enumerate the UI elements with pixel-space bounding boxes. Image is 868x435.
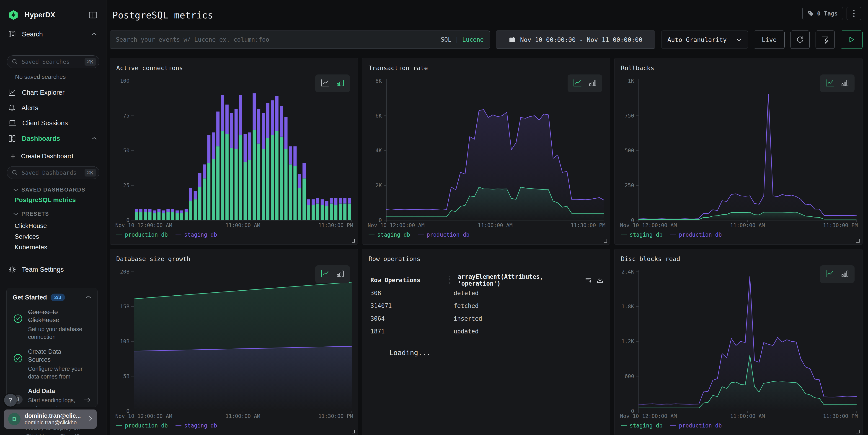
line-chart-toggle-icon[interactable] (321, 79, 330, 88)
bar-chart-toggle-icon[interactable] (336, 79, 344, 88)
laptop-icon (8, 119, 17, 127)
get-started-step-sources[interactable]: Create Data Sources Configure where your… (12, 348, 91, 380)
legend-item-staging_db[interactable]: staging_db (621, 423, 663, 429)
legend-label: staging_db (184, 423, 217, 429)
sidebar-item-client-sessions[interactable]: Client Sessions (8, 116, 97, 129)
get-started-step-add-data[interactable]: 3 Add Data Start sending logs, metrics, … (12, 387, 91, 407)
bar-production (157, 212, 160, 220)
saved-dashboards-input[interactable]: Saved Dashboards ⌘K (7, 166, 99, 179)
bar-staging (235, 109, 238, 149)
bar-production (198, 187, 202, 220)
sidebar-item-team-settings[interactable]: Team Settings (8, 264, 97, 275)
arrow-right-icon (83, 397, 91, 404)
column-separator[interactable] (449, 276, 450, 284)
download-icon[interactable] (597, 277, 603, 283)
bar-chart-toggle-icon[interactable] (336, 270, 344, 279)
chevron-up-icon[interactable] (86, 295, 91, 300)
sort-icon[interactable] (585, 277, 592, 283)
bar-staging (330, 198, 333, 203)
y-axis-tick-label: 750 (625, 113, 634, 119)
legend-item-production_db[interactable]: production_db (418, 232, 470, 238)
bar-staging (271, 100, 274, 135)
panel-title: Database size growth (116, 255, 190, 262)
bar-chart-toggle-icon[interactable] (841, 79, 849, 88)
bar-production (166, 212, 169, 220)
sidebar-item-chart-explorer[interactable]: Chart Explorer (8, 86, 97, 99)
legend-item-production_db[interactable]: production_db (671, 423, 722, 429)
dashboard-menu-button[interactable] (846, 7, 861, 20)
user-menu[interactable]: D dominic.tran@clic... dominic.tran@clic… (4, 409, 97, 429)
bar-production (162, 213, 165, 220)
run-query-button[interactable] (841, 31, 863, 49)
avatar: D (8, 413, 21, 425)
sidebar-collapse-button[interactable] (89, 11, 97, 19)
y-axis-tick-label: 6K (375, 113, 382, 119)
line-chart-toggle-icon[interactable] (826, 79, 835, 88)
toolbar: Search your events w/ Lucene ex. column:… (110, 31, 863, 49)
sidebar-item-clickhouse[interactable]: ClickHouse (14, 222, 47, 230)
sidebar-item-alerts[interactable]: Alerts (8, 102, 97, 114)
bar-chart-toggle-icon[interactable] (841, 270, 849, 279)
sidebar-item-kubernetes[interactable]: Kubernetes (14, 244, 47, 251)
sidebar-item-services[interactable]: Services (14, 233, 39, 240)
legend-item-production_db[interactable]: production_db (671, 232, 722, 238)
legend-item-production_db[interactable]: production_db (116, 423, 168, 429)
user-name: dominic.tran@clic... (25, 412, 81, 419)
bar-production (253, 130, 256, 220)
bar-production (312, 205, 315, 220)
event-search-input[interactable]: Search your events w/ Lucene ex. column:… (110, 31, 490, 49)
chart-legend: staging_dbproduction_db (621, 232, 722, 238)
granularity-select[interactable]: Auto Granularity (661, 31, 748, 49)
panel-resize-handle[interactable] (857, 239, 860, 242)
legend-item-staging_db[interactable]: staging_db (176, 423, 217, 429)
panel-resize-handle[interactable] (857, 430, 860, 433)
legend-item-staging_db[interactable]: staging_db (176, 232, 217, 238)
cell-operation: deleted (449, 290, 603, 297)
x-axis-label: 11:30:00 PM (571, 222, 606, 228)
sidebar-item-dashboards[interactable]: Dashboards (8, 132, 97, 145)
lucene-mode-toggle[interactable]: Lucene (462, 36, 484, 43)
chart-explorer-icon (8, 89, 16, 96)
panel-resize-handle[interactable] (352, 430, 355, 433)
panel-title: Row operations (369, 255, 421, 262)
hyperdx-logo-icon (8, 10, 19, 20)
live-button[interactable]: Live (754, 31, 784, 49)
saved-searches-input[interactable]: Saved Searches ⌘K (7, 55, 99, 68)
shortcut-badge: ⌘K (85, 169, 96, 176)
filter-button[interactable] (815, 31, 835, 49)
bar-staging (198, 173, 202, 187)
tags-button[interactable]: 0 Tags (802, 7, 843, 20)
panel-resize-handle[interactable] (604, 239, 607, 242)
section-saved-dashboards[interactable]: SAVED DASHBOARDS (13, 187, 86, 193)
legend-item-staging_db[interactable]: staging_db (369, 232, 410, 238)
legend-item-production_db[interactable]: production_db (116, 232, 168, 238)
bar-production (275, 131, 279, 220)
bar-chart-toggle-icon[interactable] (589, 79, 597, 88)
cell-count: 308 (370, 290, 449, 297)
get-started-hidden-step-line2: ClickHouse Cloud? (26, 433, 80, 435)
step-desc: Start sending logs, metrics, or traces (28, 397, 86, 407)
dashboards-icon (8, 135, 16, 142)
check-circle-icon (12, 308, 24, 341)
section-presets[interactable]: PRESETS (13, 211, 49, 217)
line-chart-toggle-icon[interactable] (573, 79, 582, 88)
step-title: Connect to ClickHouse (28, 308, 86, 324)
sql-mode-toggle[interactable]: SQL (441, 36, 451, 43)
refresh-button[interactable] (790, 31, 810, 49)
chevron-down-icon (736, 38, 742, 41)
legend-item-staging_db[interactable]: staging_db (621, 232, 663, 238)
sidebar-item-search[interactable]: Search (8, 28, 97, 40)
date-range-picker[interactable]: Nov 10 00:00:00 - Nov 11 00:00:00 (496, 31, 655, 49)
bar-production (148, 212, 152, 220)
get-started-step-connect[interactable]: Connect to ClickHouse Set up your databa… (12, 308, 91, 341)
line-chart-toggle-icon[interactable] (321, 270, 330, 279)
help-button[interactable]: ? (4, 394, 17, 406)
legend-label: staging_db (377, 232, 410, 238)
panel-resize-handle[interactable] (352, 239, 355, 242)
line-chart-toggle-icon[interactable] (826, 270, 835, 279)
legend-swatch (621, 235, 627, 235)
y-axis-tick-label: 1.8K (622, 304, 634, 309)
create-dashboard-button[interactable]: Create Dashboard (10, 151, 97, 161)
sidebar-item-postgresql-metrics[interactable]: PostgreSQL metrics (14, 196, 76, 204)
bar-staging (180, 210, 183, 213)
